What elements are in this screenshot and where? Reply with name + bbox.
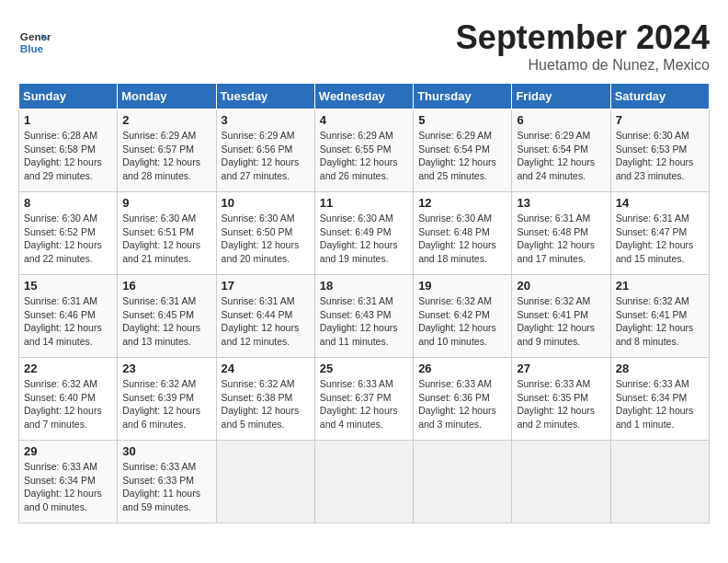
day-info: Sunrise: 6:32 AMSunset: 6:40 PMDaylight:… <box>24 377 112 431</box>
day-number: 1 <box>24 113 112 127</box>
day-info: Sunrise: 6:30 AMSunset: 6:49 PMDaylight:… <box>320 212 408 266</box>
calendar-day-cell: 20Sunrise: 6:32 AMSunset: 6:41 PMDayligh… <box>512 275 610 358</box>
calendar-day-cell: 7Sunrise: 6:30 AMSunset: 6:53 PMDaylight… <box>610 109 709 192</box>
day-info: Sunrise: 6:29 AMSunset: 6:54 PMDaylight:… <box>418 129 506 183</box>
day-number: 26 <box>418 362 506 375</box>
day-info: Sunrise: 6:28 AMSunset: 6:58 PMDaylight:… <box>24 129 112 183</box>
day-info: Sunrise: 6:30 AMSunset: 6:48 PMDaylight:… <box>418 212 506 266</box>
calendar-day-cell <box>414 441 512 523</box>
calendar-day-cell: 8Sunrise: 6:30 AMSunset: 6:52 PMDaylight… <box>19 192 118 275</box>
day-info: Sunrise: 6:32 AMSunset: 6:41 PMDaylight:… <box>616 294 704 349</box>
day-info: Sunrise: 6:30 AMSunset: 6:53 PMDaylight:… <box>616 129 704 183</box>
calendar-week-row: 29Sunrise: 6:33 AMSunset: 6:34 PMDayligh… <box>19 441 710 523</box>
calendar-day-cell: 9Sunrise: 6:30 AMSunset: 6:51 PMDaylight… <box>118 192 216 275</box>
calendar-day-cell: 17Sunrise: 6:31 AMSunset: 6:44 PMDayligh… <box>216 275 314 358</box>
day-number: 4 <box>320 113 408 127</box>
day-info: Sunrise: 6:33 AMSunset: 6:34 PMDaylight:… <box>616 377 704 431</box>
calendar-body: 1Sunrise: 6:28 AMSunset: 6:58 PMDaylight… <box>19 109 710 523</box>
calendar-day-cell <box>216 441 314 523</box>
day-info: Sunrise: 6:32 AMSunset: 6:39 PMDaylight:… <box>122 377 210 431</box>
day-number: 24 <box>222 362 310 375</box>
calendar-day-cell: 6Sunrise: 6:29 AMSunset: 6:54 PMDaylight… <box>512 109 610 192</box>
day-number: 14 <box>616 196 704 210</box>
day-number: 5 <box>418 113 506 127</box>
day-number: 27 <box>517 362 605 375</box>
calendar-day-cell: 18Sunrise: 6:31 AMSunset: 6:43 PMDayligh… <box>314 275 413 358</box>
calendar-day-cell: 23Sunrise: 6:32 AMSunset: 6:39 PMDayligh… <box>118 358 216 441</box>
day-info: Sunrise: 6:31 AMSunset: 6:44 PMDaylight:… <box>222 294 310 349</box>
day-number: 21 <box>616 279 704 293</box>
day-number: 6 <box>517 113 605 127</box>
calendar-day-cell <box>314 441 413 523</box>
calendar-day-cell: 25Sunrise: 6:33 AMSunset: 6:37 PMDayligh… <box>314 358 413 441</box>
day-number: 30 <box>122 444 210 458</box>
calendar-day-cell: 13Sunrise: 6:31 AMSunset: 6:48 PMDayligh… <box>512 192 610 275</box>
day-number: 16 <box>122 279 210 293</box>
day-number: 10 <box>222 196 310 210</box>
calendar-day-cell: 30Sunrise: 6:33 AMSunset: 6:33 PMDayligh… <box>118 441 216 523</box>
day-info: Sunrise: 6:31 AMSunset: 6:47 PMDaylight:… <box>616 212 704 266</box>
column-header-thursday: Thursday <box>414 84 512 109</box>
calendar-day-cell: 26Sunrise: 6:33 AMSunset: 6:36 PMDayligh… <box>414 358 512 441</box>
calendar-day-cell: 24Sunrise: 6:32 AMSunset: 6:38 PMDayligh… <box>216 358 314 441</box>
svg-text:Blue: Blue <box>20 42 44 54</box>
day-info: Sunrise: 6:32 AMSunset: 6:42 PMDaylight:… <box>418 294 506 349</box>
calendar-week-row: 15Sunrise: 6:31 AMSunset: 6:46 PMDayligh… <box>19 275 710 358</box>
day-number: 19 <box>418 279 506 293</box>
day-info: Sunrise: 6:29 AMSunset: 6:57 PMDaylight:… <box>122 129 210 183</box>
day-number: 17 <box>222 279 310 293</box>
calendar-day-cell <box>610 441 709 523</box>
month-title: September 2024 <box>456 18 710 57</box>
day-info: Sunrise: 6:33 AMSunset: 6:35 PMDaylight:… <box>517 377 605 431</box>
day-number: 23 <box>122 362 210 375</box>
day-number: 12 <box>418 196 506 210</box>
day-number: 29 <box>24 444 112 458</box>
day-info: Sunrise: 6:33 AMSunset: 6:37 PMDaylight:… <box>320 377 408 431</box>
day-info: Sunrise: 6:29 AMSunset: 6:55 PMDaylight:… <box>320 129 408 183</box>
day-number: 7 <box>616 113 704 127</box>
calendar-day-cell: 27Sunrise: 6:33 AMSunset: 6:35 PMDayligh… <box>512 358 610 441</box>
day-number: 13 <box>517 196 605 210</box>
day-number: 22 <box>24 362 112 375</box>
day-info: Sunrise: 6:33 AMSunset: 6:34 PMDaylight:… <box>24 460 112 514</box>
calendar-day-cell: 14Sunrise: 6:31 AMSunset: 6:47 PMDayligh… <box>610 192 709 275</box>
calendar-day-cell: 2Sunrise: 6:29 AMSunset: 6:57 PMDaylight… <box>118 109 216 192</box>
logo: General Blue <box>18 26 55 59</box>
calendar-table: SundayMondayTuesdayWednesdayThursdayFrid… <box>18 83 710 523</box>
day-info: Sunrise: 6:33 AMSunset: 6:33 PMDaylight:… <box>122 460 210 514</box>
calendar-day-cell <box>512 441 610 523</box>
calendar-day-cell: 19Sunrise: 6:32 AMSunset: 6:42 PMDayligh… <box>414 275 512 358</box>
column-header-monday: Monday <box>118 84 216 109</box>
day-number: 28 <box>616 362 704 375</box>
day-info: Sunrise: 6:30 AMSunset: 6:52 PMDaylight:… <box>24 212 112 266</box>
calendar-day-cell: 15Sunrise: 6:31 AMSunset: 6:46 PMDayligh… <box>19 275 118 358</box>
day-info: Sunrise: 6:29 AMSunset: 6:54 PMDaylight:… <box>517 129 605 183</box>
calendar-header-row: SundayMondayTuesdayWednesdayThursdayFrid… <box>19 84 710 109</box>
calendar-day-cell: 16Sunrise: 6:31 AMSunset: 6:45 PMDayligh… <box>118 275 216 358</box>
column-header-tuesday: Tuesday <box>216 84 314 109</box>
day-info: Sunrise: 6:29 AMSunset: 6:56 PMDaylight:… <box>222 129 310 183</box>
day-number: 25 <box>320 362 408 375</box>
calendar-week-row: 22Sunrise: 6:32 AMSunset: 6:40 PMDayligh… <box>19 358 710 441</box>
calendar-day-cell: 21Sunrise: 6:32 AMSunset: 6:41 PMDayligh… <box>610 275 709 358</box>
day-info: Sunrise: 6:30 AMSunset: 6:51 PMDaylight:… <box>122 212 210 266</box>
day-info: Sunrise: 6:30 AMSunset: 6:50 PMDaylight:… <box>222 212 310 266</box>
day-info: Sunrise: 6:31 AMSunset: 6:46 PMDaylight:… <box>24 294 112 349</box>
calendar-day-cell: 11Sunrise: 6:30 AMSunset: 6:49 PMDayligh… <box>314 192 413 275</box>
day-info: Sunrise: 6:32 AMSunset: 6:38 PMDaylight:… <box>222 377 310 431</box>
calendar-day-cell: 3Sunrise: 6:29 AMSunset: 6:56 PMDaylight… <box>216 109 314 192</box>
column-header-saturday: Saturday <box>610 84 709 109</box>
day-number: 9 <box>122 196 210 210</box>
day-number: 20 <box>517 279 605 293</box>
title-area: September 2024 Huetamo de Nunez, Mexico <box>456 18 710 74</box>
calendar-day-cell: 10Sunrise: 6:30 AMSunset: 6:50 PMDayligh… <box>216 192 314 275</box>
day-number: 3 <box>222 113 310 127</box>
day-info: Sunrise: 6:31 AMSunset: 6:43 PMDaylight:… <box>320 294 408 349</box>
column-header-sunday: Sunday <box>19 84 118 109</box>
day-info: Sunrise: 6:31 AMSunset: 6:48 PMDaylight:… <box>517 212 605 266</box>
day-number: 18 <box>320 279 408 293</box>
day-info: Sunrise: 6:31 AMSunset: 6:45 PMDaylight:… <box>122 294 210 349</box>
calendar-day-cell: 4Sunrise: 6:29 AMSunset: 6:55 PMDaylight… <box>314 109 413 192</box>
calendar-day-cell: 22Sunrise: 6:32 AMSunset: 6:40 PMDayligh… <box>19 358 118 441</box>
calendar-week-row: 1Sunrise: 6:28 AMSunset: 6:58 PMDaylight… <box>19 109 710 192</box>
